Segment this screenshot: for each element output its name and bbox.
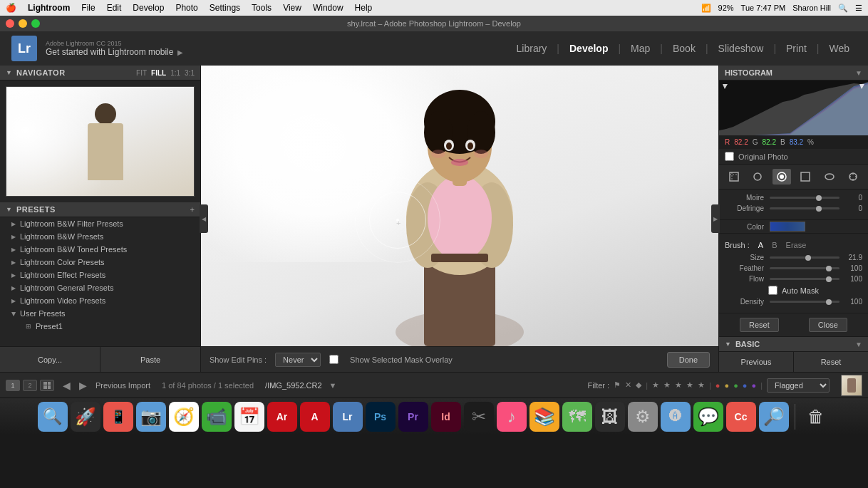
nav-book[interactable]: Book <box>666 40 703 57</box>
nav-slideshow[interactable]: Slideshow <box>711 40 771 57</box>
dock-itunes[interactable]: ♪ <box>497 402 527 432</box>
preset-video[interactable]: ▶ Lightroom Video Presets <box>0 294 200 307</box>
lr-brand-bottom[interactable]: Get started with Lightroom mobile ▶ <box>46 47 183 57</box>
spot-tool[interactable] <box>748 169 767 185</box>
preset-bw[interactable]: ▶ Lightroom B&W Presets <box>0 230 200 243</box>
brush-tool[interactable] <box>773 169 791 185</box>
right-panel-toggle[interactable]: ▶ <box>711 204 720 233</box>
nav-3-1[interactable]: 3:1 <box>185 69 195 77</box>
dock-trash[interactable]: 🗑 <box>801 402 831 432</box>
dock-search2[interactable]: 🔎 <box>759 402 789 432</box>
brush-tab-a[interactable]: A <box>758 241 763 249</box>
dock-finalcut[interactable]: ✂ <box>464 402 494 432</box>
filmstrip-thumbnail[interactable] <box>841 375 862 396</box>
dock-acrobat[interactable]: A <box>300 402 330 432</box>
preset-general[interactable]: ▶ Lightroom General Presets <box>0 281 200 294</box>
maximize-button[interactable] <box>31 19 40 28</box>
color-dot-blue[interactable]: ● <box>743 381 748 390</box>
presets-header[interactable]: ▼ Presets + <box>0 202 200 217</box>
dock-safari[interactable]: 🧭 <box>169 402 199 432</box>
view-menu[interactable]: View <box>283 3 301 13</box>
color-dot-green[interactable]: ● <box>733 381 738 390</box>
close-button[interactable] <box>6 19 14 28</box>
dock-messages[interactable]: 💬 <box>693 402 723 432</box>
done-button[interactable]: Done <box>667 352 710 368</box>
histogram-header[interactable]: Histogram ▼ <box>719 66 868 81</box>
develop-menu[interactable]: Develop <box>133 3 164 13</box>
star4[interactable]: ★ <box>686 380 693 390</box>
reset-button[interactable]: Reset <box>794 352 868 372</box>
dock-ibooks[interactable]: 📚 <box>529 402 559 432</box>
nav-web[interactable]: Web <box>822 40 857 57</box>
effect-reset-button[interactable]: Reset <box>740 318 779 332</box>
original-photo-checkbox[interactable] <box>725 152 734 161</box>
dock-indesign[interactable]: Id <box>431 402 461 432</box>
help-menu[interactable]: Help <box>355 3 373 13</box>
basic-expand-icon[interactable]: ▼ <box>855 341 862 348</box>
preset-color[interactable]: ▶ Lightroom Color Presets <box>0 256 200 269</box>
dock-photoshop[interactable]: Ps <box>366 402 396 432</box>
preset-user[interactable]: ▶ User Presets <box>0 307 200 320</box>
preset1-item[interactable]: ⊞ Preset1 <box>0 320 200 333</box>
dock-lightroom[interactable]: Lr <box>333 402 363 432</box>
flow-thumb[interactable] <box>826 276 832 282</box>
list-icon[interactable]: ☰ <box>855 4 862 13</box>
nav-print[interactable]: Print <box>779 40 814 57</box>
flow-track[interactable] <box>770 278 839 280</box>
window-menu[interactable]: Window <box>313 3 343 13</box>
paste-button[interactable]: Paste <box>100 347 200 372</box>
view-double[interactable]: 2 <box>23 380 37 391</box>
minimize-button[interactable] <box>19 19 27 28</box>
color-swatch[interactable] <box>770 222 805 232</box>
left-panel-toggle[interactable]: ◀ <box>200 204 208 233</box>
filmstrip-file-arrow[interactable]: ▼ <box>329 381 337 390</box>
view-single[interactable]: 1 <box>6 380 20 391</box>
dock-appstore[interactable]: 🅐 <box>661 402 691 432</box>
gradient-tool[interactable] <box>796 169 815 185</box>
settings-menu[interactable]: Settings <box>210 3 240 13</box>
dock-launchpad[interactable]: 🚀 <box>71 402 100 432</box>
preset-effect[interactable]: ▶ Lightroom Effect Presets <box>0 269 200 281</box>
star2[interactable]: ★ <box>663 380 671 390</box>
nav-fill[interactable]: FILL <box>151 69 166 77</box>
nav-map[interactable]: Map <box>624 40 657 57</box>
traffic-lights[interactable] <box>6 19 40 28</box>
star5[interactable]: ★ <box>698 380 705 390</box>
brush-tab-b[interactable]: B <box>772 241 777 249</box>
star1[interactable]: ★ <box>652 380 659 390</box>
navigator-thumbnail[interactable] <box>6 86 195 197</box>
nav-1-1[interactable]: 1:1 <box>170 69 180 77</box>
radial-tool[interactable] <box>820 169 839 185</box>
color-dot-purple[interactable]: ● <box>751 381 756 390</box>
edit-pins-select[interactable]: Never <box>275 353 321 367</box>
nav-library[interactable]: Library <box>510 40 554 57</box>
dock-maps[interactable]: 🗺 <box>562 402 592 432</box>
dock-calendar[interactable]: 📅 <box>234 402 264 432</box>
edit-menu[interactable]: Edit <box>107 3 122 13</box>
file-menu[interactable]: File <box>81 3 95 13</box>
dock-cc[interactable]: Cc <box>726 402 756 432</box>
search-icon[interactable]: 🔍 <box>838 4 848 13</box>
histogram-expand-icon[interactable]: ▼ <box>855 69 862 77</box>
preset-bw-toned[interactable]: ▶ Lightroom B&W Toned Presets <box>0 243 200 256</box>
color-dot-red[interactable]: ● <box>715 381 720 390</box>
dock-photo-app[interactable]: 🖼 <box>595 402 625 432</box>
filter-flag-icon[interactable]: ⚑ <box>614 380 621 390</box>
basic-panel-header[interactable]: ▼ Basic ▼ <box>719 337 868 351</box>
size-thumb[interactable] <box>805 255 811 261</box>
density-thumb[interactable] <box>826 299 832 305</box>
auto-mask-checkbox[interactable] <box>768 286 777 295</box>
dock-adobe-ar[interactable]: Ar <box>267 402 297 432</box>
dock-sys-prefs[interactable]: ⚙ <box>628 402 658 432</box>
star3[interactable]: ★ <box>675 380 682 390</box>
dock-premiere[interactable]: Pr <box>398 402 428 432</box>
color-dot-yellow[interactable]: ● <box>725 381 730 390</box>
view-grid[interactable] <box>40 380 54 391</box>
defringe-thumb[interactable] <box>816 206 822 212</box>
filter-x-icon[interactable]: ✕ <box>625 380 631 390</box>
adjust-tool[interactable] <box>844 169 862 185</box>
navigator-header[interactable]: ▼ Navigator FIT FILL 1:1 3:1 <box>0 66 200 81</box>
brush-tab-erase[interactable]: Erase <box>786 241 807 249</box>
dock-facetime[interactable]: 📹 <box>202 402 232 432</box>
tools-menu[interactable]: Tools <box>252 3 272 13</box>
